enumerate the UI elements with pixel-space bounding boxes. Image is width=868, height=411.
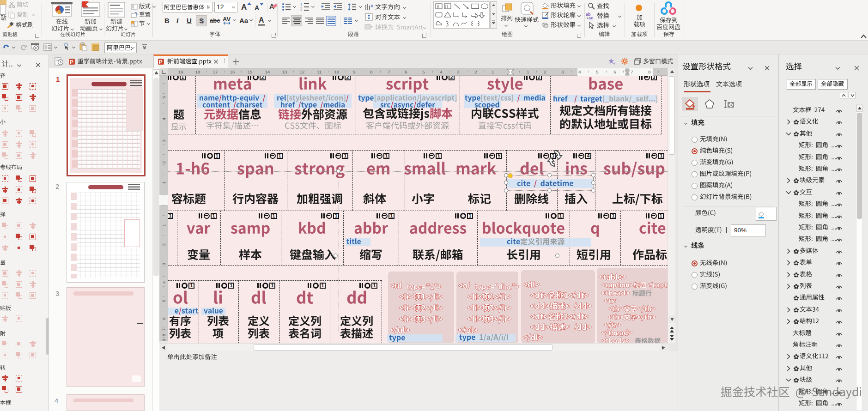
svg-text:P: P (70, 59, 73, 65)
svg-text:3: 3 (300, 8, 302, 11)
svg-text:ac: ac (589, 16, 593, 20)
svg-text:1: 1 (300, 3, 302, 6)
svg-text:P: P (159, 59, 162, 65)
svg-text:A: A (370, 4, 374, 8)
